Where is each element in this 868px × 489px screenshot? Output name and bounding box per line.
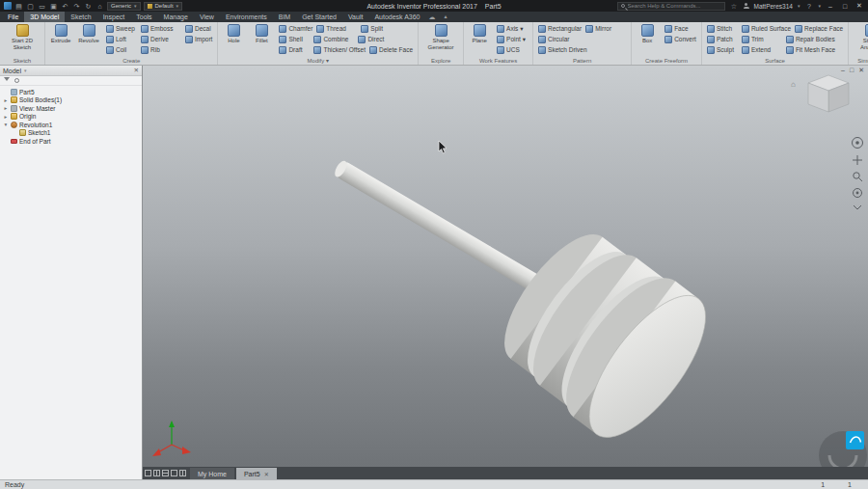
- panel-label[interactable]: Simulation: [849, 58, 868, 64]
- switch-screens-icon[interactable]: [145, 470, 151, 476]
- panel-label[interactable]: Create Freeform: [632, 58, 701, 64]
- inventor-app-icon[interactable]: [4, 2, 12, 10]
- chamfer-button[interactable]: Chamfer: [277, 25, 314, 33]
- navigation-bar[interactable]: [853, 138, 863, 210]
- combine-button[interactable]: Combine: [312, 36, 356, 43]
- browser-close-icon[interactable]: ✕: [134, 67, 139, 74]
- rectangular-button[interactable]: Rectangular: [536, 25, 583, 33]
- doc-tab-my-home[interactable]: My Home: [190, 468, 234, 479]
- part-rod[interactable]: [333, 159, 544, 294]
- help-search-input[interactable]: Search Help & Commands...: [617, 2, 725, 11]
- plane-button[interactable]: Plane: [467, 23, 492, 55]
- circular-button[interactable]: Circular: [536, 36, 571, 43]
- revolve-button[interactable]: Revolve: [76, 23, 101, 55]
- file-menu-icon[interactable]: ▤: [14, 2, 23, 11]
- tab-sketch[interactable]: Sketch: [65, 12, 96, 22]
- open-icon[interactable]: ▭: [38, 2, 46, 11]
- redo-icon[interactable]: ↷: [72, 2, 81, 11]
- tab-manage[interactable]: Manage: [158, 12, 194, 22]
- expander-icon[interactable]: ▸: [3, 104, 9, 112]
- derive-button[interactable]: Derive: [139, 36, 183, 43]
- viewport-canvas[interactable]: ⌂: [143, 66, 868, 467]
- split-button[interactable]: Split: [359, 25, 385, 33]
- stress-analysis-button[interactable]: Stress Analysis: [852, 23, 868, 55]
- mirror-button[interactable]: Mirror: [583, 25, 628, 33]
- panel-label[interactable]: Create: [45, 58, 217, 64]
- minimize-button[interactable]: –: [826, 3, 835, 10]
- panel-label[interactable]: Work Features: [464, 58, 532, 64]
- doc-restore-icon[interactable]: □: [850, 67, 854, 74]
- patch-button[interactable]: Patch: [705, 36, 740, 43]
- close-tab-icon[interactable]: ✕: [264, 471, 269, 477]
- tab-file[interactable]: File: [2, 12, 24, 22]
- tab-3d-model[interactable]: 3D Model: [24, 12, 65, 22]
- coil-button[interactable]: Coil: [104, 46, 139, 54]
- tab-environments[interactable]: Environments: [220, 12, 273, 22]
- chevron-down-icon[interactable]: ▾: [24, 68, 27, 73]
- expander-icon[interactable]: ▸: [3, 96, 9, 104]
- browser-header[interactable]: Model ▾ ✕: [0, 66, 142, 76]
- expander-icon[interactable]: ▸: [3, 113, 9, 121]
- axis-button[interactable]: Axis ▾: [495, 25, 529, 33]
- part-head[interactable]: [481, 211, 726, 454]
- panel-label[interactable]: Sketch: [0, 58, 44, 64]
- ribbon-collapse-icon[interactable]: ▴: [441, 12, 451, 22]
- browser-search-icon[interactable]: [14, 78, 19, 83]
- panel-label[interactable]: Explore: [419, 58, 463, 64]
- repair-bodies-button[interactable]: Repair Bodies: [784, 36, 837, 43]
- import-button[interactable]: Import: [183, 36, 214, 43]
- arrange-windows-icon[interactable]: [171, 470, 177, 476]
- thread-button[interactable]: Thread: [314, 25, 359, 33]
- restore-button[interactable]: □: [840, 3, 850, 10]
- panel-label[interactable]: Pattern: [533, 58, 631, 64]
- undo-icon[interactable]: ↶: [61, 2, 69, 11]
- convert-button[interactable]: Convert: [663, 36, 698, 43]
- sketch-driven-button[interactable]: Sketch Driven: [536, 46, 588, 54]
- shape-generator-button[interactable]: Shape Generator: [421, 23, 460, 55]
- close-button[interactable]: ✕: [854, 2, 864, 10]
- tab-get-started[interactable]: Get Started: [296, 12, 342, 22]
- signed-in-user[interactable]: MattPeres314: [754, 3, 793, 10]
- tab-autodesk-a360[interactable]: Autodesk A360: [368, 12, 425, 22]
- tree-item-revolution1[interactable]: ▾Revolution1: [0, 121, 142, 129]
- sculpt-button[interactable]: Sculpt: [705, 46, 740, 54]
- chevron-down-icon[interactable]: ▾: [798, 3, 800, 9]
- rib-button[interactable]: Rib: [139, 46, 183, 54]
- emboss-button[interactable]: Emboss: [139, 25, 183, 33]
- direct-button[interactable]: Direct: [356, 36, 386, 43]
- loft-button[interactable]: Loft: [104, 36, 139, 43]
- sweep-button[interactable]: Sweep: [104, 25, 139, 33]
- home-icon[interactable]: ⌂: [95, 2, 104, 11]
- doc-tab-part5[interactable]: Part5✕: [236, 468, 277, 479]
- tab-inspect[interactable]: Inspect: [97, 12, 131, 22]
- stitch-button[interactable]: Stitch: [705, 25, 740, 33]
- appearance-dropdown[interactable]: Default ▾: [144, 2, 183, 11]
- extend-button[interactable]: Extend: [740, 46, 784, 54]
- decal-button[interactable]: Decal: [183, 25, 213, 33]
- tile-horizontal-icon[interactable]: [162, 470, 169, 476]
- extrude-button[interactable]: Extrude: [48, 23, 73, 55]
- new-icon[interactable]: ▢: [26, 2, 35, 11]
- tree-item-solid-bodies-1[interactable]: ▸Solid Bodies(1): [0, 96, 142, 105]
- doc-close-icon[interactable]: ✕: [858, 67, 864, 74]
- expander-icon[interactable]: ▾: [3, 121, 9, 128]
- doc-minimize-icon[interactable]: –: [841, 67, 845, 74]
- point-button[interactable]: Point ▾: [495, 36, 529, 43]
- update-icon[interactable]: ↻: [84, 2, 93, 11]
- hole-button[interactable]: Hole: [221, 23, 246, 55]
- panel-label[interactable]: Modify ▾: [218, 57, 418, 64]
- view-cube[interactable]: ⌂: [791, 75, 849, 112]
- draft-button[interactable]: Draft: [277, 46, 312, 54]
- box-button[interactable]: Box: [635, 23, 660, 55]
- trim-button[interactable]: Trim: [740, 36, 784, 43]
- tree-item-end-of-part[interactable]: End of Part: [0, 137, 142, 146]
- help-icon[interactable]: ?: [804, 2, 813, 11]
- clean-screen-icon[interactable]: [179, 470, 186, 476]
- tab-tools[interactable]: Tools: [130, 12, 157, 22]
- face-button[interactable]: Face: [663, 25, 697, 33]
- a360-icon[interactable]: [846, 431, 864, 449]
- tree-item-view-master[interactable]: ▸View: Master: [0, 104, 142, 113]
- thicken-offset-button[interactable]: Thicken/ Offset: [312, 46, 367, 54]
- delete-face-button[interactable]: Delete Face: [367, 46, 415, 54]
- replace-face-button[interactable]: Replace Face: [793, 25, 845, 33]
